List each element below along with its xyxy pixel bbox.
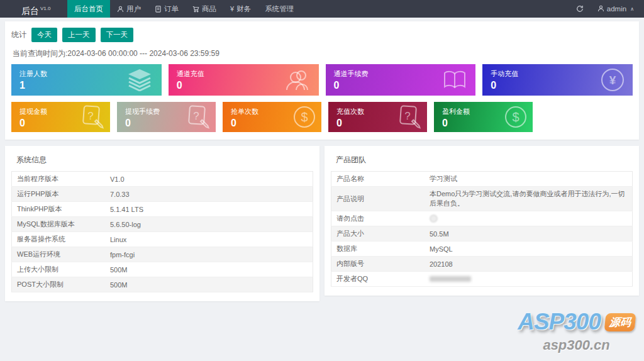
table-row: 开发者QQ — [331, 272, 633, 287]
row-value: 5.6.50-log — [105, 217, 313, 232]
user-name: admin — [607, 5, 626, 13]
stat-card-cards_row2-1: 提现手续费0? — [117, 102, 216, 132]
row-value: 学习测试 — [425, 172, 633, 187]
table-row: WEB运行环境fpm-fcgi — [12, 247, 313, 262]
svg-text:$: $ — [512, 110, 519, 124]
yen-text-icon: ¥ — [230, 5, 234, 13]
table-row: 运行PHP版本7.0.33 — [12, 187, 313, 202]
row-label: 内部版号 — [331, 257, 425, 272]
stats-panel: 统计 今天上一天下一天 当前查询时间为:2024-03-06 00:00:00 … — [5, 21, 639, 140]
layers-icon — [126, 69, 153, 91]
watermark-badge: 源码 — [604, 313, 636, 331]
query-time-text: 当前查询时间为:2024-03-06 00:00:00 --- 2024-03-… — [13, 48, 631, 59]
watermark-brand: ASP300 — [518, 309, 601, 335]
table-row: MySQL数据库版本5.6.50-log — [12, 217, 313, 232]
row-label: 产品大小 — [331, 226, 425, 242]
stat-card-cards_row2-0: 提现金额0? — [11, 102, 110, 132]
row-label: 产品名称 — [331, 172, 425, 187]
table-row: 产品说明本Demo只为学习测试交流,请勿要做商业或者用于违法行为,一切后果自负。 — [331, 187, 633, 211]
page-content: 统计 今天上一天下一天 当前查询时间为:2024-03-06 00:00:00 … — [0, 18, 644, 301]
top-navbar: 后台V1.0 后台首页用户订单商品¥财务系统管理 admin ∧ — [0, 0, 644, 18]
row-value — [425, 272, 633, 287]
nav-item-0[interactable]: 后台首页 — [67, 0, 110, 18]
svg-text:$: $ — [301, 110, 308, 124]
row-label: 产品说明 — [331, 187, 425, 211]
system-info-title: 系统信息 — [11, 151, 313, 171]
nav-item-label: 商品 — [202, 4, 216, 14]
row-value: Linux — [105, 232, 313, 247]
users-icon — [286, 69, 311, 91]
stat-card-cards_row2-4: 盈利金额0$ — [434, 102, 533, 132]
doc-question-icon: ? — [79, 104, 104, 130]
nav-item-5[interactable]: 系统管理 — [258, 0, 301, 18]
nav-item-4[interactable]: ¥财务 — [223, 0, 258, 18]
yen-circle-icon: ¥ — [601, 68, 625, 92]
stat-cards-row-2: 提现金额0?提现手续费0?抢单次数0$充值次数0?盈利金额0$ — [11, 102, 633, 132]
svg-text:¥: ¥ — [609, 74, 616, 87]
info-panels: 系统信息 当前程序版本V1.0运行PHP版本7.0.33ThinkPHP版本5.… — [5, 146, 639, 301]
refresh-icon[interactable] — [576, 5, 584, 13]
row-label: 上传大小限制 — [12, 262, 105, 277]
nav-item-label: 订单 — [164, 4, 179, 14]
product-team-title: 产品团队 — [331, 151, 633, 171]
nav-item-3[interactable]: 商品 — [186, 0, 223, 18]
nav-item-label: 财务 — [236, 4, 251, 14]
stats-filter-bar: 统计 今天上一天下一天 — [11, 28, 633, 42]
nav-item-2[interactable]: 订单 — [148, 0, 186, 18]
row-value: 7.0.33 — [105, 187, 313, 202]
row-label: ThinkPHP版本 — [12, 202, 105, 217]
stats-range-button-2[interactable]: 下一天 — [101, 28, 134, 42]
stats-buttons: 今天上一天下一天 — [31, 28, 133, 42]
row-value: fpm-fcgi — [105, 247, 313, 262]
svg-text:?: ? — [404, 110, 410, 122]
stat-card-cards_row1-2: 通道手续费0 — [326, 64, 476, 96]
table-row: 当前程序版本V1.0 — [12, 172, 313, 187]
table-row: 服务器操作系统Linux — [12, 232, 313, 247]
row-value: 500M — [105, 277, 313, 292]
product-team-panel: 产品团队 产品名称学习测试产品说明本Demo只为学习测试交流,请勿要做商业或者用… — [325, 146, 639, 296]
row-label: 数据库 — [331, 242, 425, 257]
nav-item-label: 用户 — [126, 4, 141, 14]
app-logo: 后台V1.0 — [0, 0, 67, 18]
masked-text — [430, 276, 471, 282]
table-row: 数据库MySQL — [331, 242, 633, 257]
cart-icon — [192, 6, 199, 13]
nav-item-label: 后台首页 — [74, 4, 103, 14]
nav-item-1[interactable]: 用户 — [110, 0, 148, 18]
stats-label: 统计 — [11, 30, 26, 40]
watermark: ASP300 源码 asp300.cn — [518, 309, 635, 353]
stats-range-button-1[interactable]: 上一天 — [62, 28, 96, 42]
order-icon — [155, 6, 162, 13]
row-label: 服务器操作系统 — [12, 232, 105, 247]
masked-icon[interactable] — [430, 214, 438, 223]
dollar-circle-icon: $ — [504, 106, 527, 128]
stats-range-button-0[interactable]: 今天 — [31, 28, 57, 42]
row-value: MySQL — [425, 242, 633, 257]
row-value: 202108 — [425, 257, 633, 272]
main-menu: 后台首页用户订单商品¥财务系统管理 — [67, 0, 301, 18]
row-value: 本Demo只为学习测试交流,请勿要做商业或者用于违法行为,一切后果自负。 — [425, 187, 633, 211]
app-title: 后台 — [21, 6, 39, 16]
doc-question-icon: ? — [396, 104, 421, 130]
row-value: V1.0 — [105, 172, 313, 187]
row-label: MySQL数据库版本 — [12, 217, 105, 232]
navbar-right: admin ∧ — [576, 0, 644, 18]
open-book-icon — [442, 70, 467, 90]
table-row: 内部版号202108 — [331, 257, 633, 272]
row-value: 50.5M — [425, 226, 633, 242]
stat-cards-row-1: 注册人数1通道充值0通道手续费0手动充值0¥ — [11, 64, 633, 96]
row-label: 请勿点击 — [331, 211, 425, 226]
table-row: 产品名称学习测试 — [331, 172, 633, 187]
chevron-up-icon: ∧ — [630, 6, 634, 12]
row-label: 当前程序版本 — [12, 172, 105, 187]
row-label: 开发者QQ — [331, 272, 425, 287]
row-value — [425, 211, 633, 226]
stat-card-cards_row2-2: 抢单次数0$ — [223, 102, 321, 132]
svg-text:?: ? — [193, 110, 199, 122]
row-value: 500M — [105, 262, 313, 277]
user-menu[interactable]: admin ∧ — [597, 5, 634, 13]
row-label: WEB运行环境 — [12, 247, 105, 262]
doc-question-icon: ? — [185, 104, 210, 130]
svg-text:?: ? — [87, 110, 93, 122]
stat-card-cards_row1-3: 手动充值0¥ — [482, 64, 633, 96]
